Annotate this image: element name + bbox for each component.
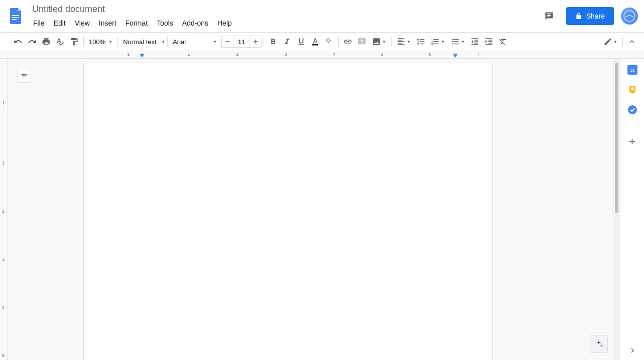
hide-sidepanel-icon[interactable]: [628, 346, 637, 355]
redo-icon[interactable]: [25, 35, 39, 49]
separator: [83, 37, 84, 47]
lock-icon: [575, 13, 582, 20]
font-size-input[interactable]: [233, 36, 249, 48]
chevron-down-icon: ▼: [108, 40, 112, 44]
account-avatar[interactable]: [621, 8, 638, 25]
svg-rect-4: [312, 44, 318, 45]
horizontal-ruler[interactable]: 1 1 2 3 4 5 6 7: [0, 51, 644, 59]
chevron-down-icon: ▼: [382, 40, 386, 44]
share-button[interactable]: Share: [566, 7, 614, 25]
italic-icon[interactable]: [280, 35, 294, 49]
bulleted-list-icon[interactable]: ▼: [448, 35, 468, 49]
menu-view[interactable]: View: [71, 17, 94, 29]
comments-icon[interactable]: [539, 6, 559, 26]
chevron-down-icon: ▼: [161, 40, 165, 44]
header-right: Share: [539, 6, 638, 26]
clear-formatting-icon[interactable]: [496, 35, 510, 49]
menu-insert[interactable]: Insert: [95, 17, 120, 29]
left-indent-marker[interactable]: [140, 54, 145, 59]
toolbar: 100%▼ Normal text▼ Arial▼ − + ▼ ▼ ▼ ▼ ▼: [0, 32, 644, 51]
menu-addons[interactable]: Add-ons: [178, 17, 212, 29]
numbered-list-icon[interactable]: ▼: [428, 35, 448, 49]
right-indent-marker[interactable]: [453, 54, 458, 59]
undo-icon[interactable]: [11, 35, 25, 49]
print-icon[interactable]: [39, 35, 53, 49]
separator: [598, 37, 598, 47]
collapse-toolbar-icon[interactable]: [625, 35, 639, 49]
document-page[interactable]: [83, 63, 493, 360]
menu-tools[interactable]: Tools: [153, 17, 177, 29]
side-divider: [626, 125, 638, 125]
underline-icon[interactable]: [294, 35, 308, 49]
header: Untitled document File Edit View Insert …: [0, 0, 644, 32]
chevron-down-icon: ▼: [213, 40, 217, 44]
scrollbar-thumb[interactable]: [615, 63, 618, 213]
insert-link-icon[interactable]: [341, 35, 355, 49]
insert-image-icon[interactable]: ▼: [369, 35, 389, 49]
paragraph-style-select[interactable]: Normal text▼: [120, 38, 165, 46]
svg-text:31: 31: [629, 68, 634, 73]
svg-point-3: [624, 11, 635, 22]
zoom-select[interactable]: 100%▼: [86, 38, 115, 46]
separator: [219, 37, 219, 47]
svg-rect-1: [12, 17, 19, 18]
separator: [338, 37, 339, 47]
menubar: File Edit View Insert Format Tools Add-o…: [29, 17, 539, 29]
font-size-decrease-icon[interactable]: −: [221, 36, 233, 48]
menu-format[interactable]: Format: [121, 17, 152, 29]
font-size-control: − +: [221, 36, 262, 48]
svg-point-8: [628, 105, 637, 114]
paint-format-icon[interactable]: [67, 35, 81, 49]
vertical-ruler[interactable]: 1 1 2 3 4 5: [0, 59, 8, 360]
separator: [167, 37, 168, 47]
align-icon[interactable]: ▼: [394, 35, 414, 49]
editing-mode-icon[interactable]: ▼: [600, 35, 620, 49]
canvas-area: [8, 59, 613, 360]
svg-rect-0: [12, 15, 19, 16]
add-comment-icon[interactable]: [355, 35, 369, 49]
font-family-select[interactable]: Arial▼: [170, 38, 217, 46]
decrease-indent-icon[interactable]: [468, 35, 482, 49]
separator: [391, 37, 392, 47]
line-spacing-icon[interactable]: [414, 35, 428, 49]
title-block: Untitled document File Edit View Insert …: [29, 3, 539, 29]
vertical-scrollbar[interactable]: [613, 59, 620, 360]
increase-indent-icon[interactable]: [482, 35, 496, 49]
chevron-down-icon: ▼: [461, 40, 465, 44]
text-color-icon[interactable]: [308, 35, 322, 49]
svg-rect-2: [12, 19, 17, 20]
explore-icon[interactable]: [590, 335, 608, 353]
bold-icon[interactable]: [266, 35, 280, 49]
separator: [622, 37, 623, 47]
docs-home-icon[interactable]: [6, 6, 26, 26]
outline-toggle-icon[interactable]: [17, 69, 31, 83]
chevron-down-icon: ▼: [441, 40, 445, 44]
menu-edit[interactable]: Edit: [50, 17, 70, 29]
share-label: Share: [586, 12, 605, 20]
side-panel: 31 +: [620, 59, 644, 360]
workspace: 1 1 2 3 4 5 31 +: [0, 59, 644, 360]
chevron-down-icon: ▼: [407, 40, 411, 44]
menu-help[interactable]: Help: [213, 17, 236, 29]
svg-point-7: [631, 87, 634, 90]
calendar-icon[interactable]: 31: [627, 65, 637, 75]
add-addon-icon[interactable]: +: [629, 135, 635, 148]
keep-icon[interactable]: [627, 85, 637, 95]
separator: [264, 37, 264, 47]
highlight-color-icon[interactable]: [322, 35, 336, 49]
document-title[interactable]: Untitled document: [29, 3, 539, 16]
tasks-icon[interactable]: [627, 105, 637, 115]
separator: [117, 37, 118, 47]
menu-file[interactable]: File: [29, 17, 49, 29]
font-size-increase-icon[interactable]: +: [249, 36, 262, 48]
spellcheck-icon[interactable]: [53, 35, 67, 49]
chevron-down-icon: ▼: [613, 40, 617, 44]
